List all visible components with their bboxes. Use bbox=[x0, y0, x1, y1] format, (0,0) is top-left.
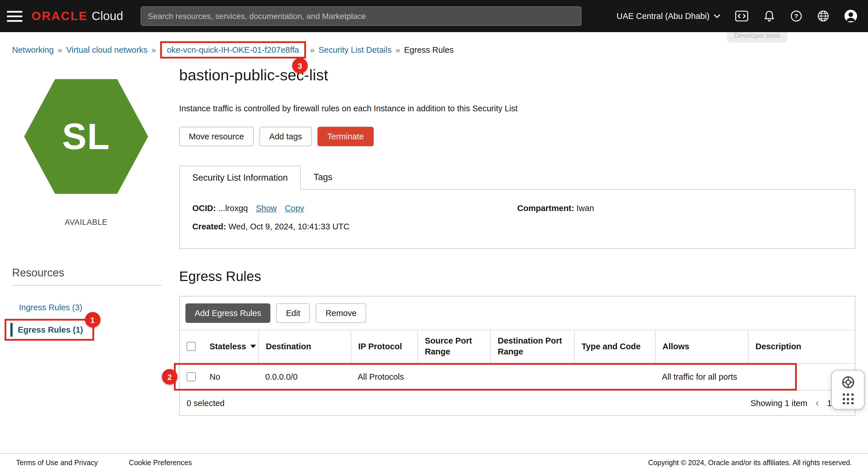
cell-type-and-code bbox=[574, 364, 655, 390]
row-checkbox[interactable] bbox=[187, 372, 196, 381]
annotation-badge-2: 2 bbox=[162, 369, 177, 384]
egress-table-row[interactable]: 2 No 0.0.0.0/0 All Protocols All traffic… bbox=[180, 364, 855, 390]
remove-button[interactable]: Remove bbox=[316, 303, 366, 323]
created-value: Wed, Oct 9, 2024, 10:41:33 UTC bbox=[228, 222, 350, 231]
topbar-right-cluster: UAE Central (Abu Dhabi) ? bbox=[617, 9, 858, 23]
page-title: bastion-public-sec-list bbox=[179, 67, 856, 84]
developer-tools-icon[interactable] bbox=[735, 9, 749, 23]
search-input[interactable] bbox=[141, 6, 581, 26]
compartment-value: Iwan bbox=[577, 204, 594, 213]
breadcrumb-separator: » bbox=[58, 45, 62, 55]
security-list-icon-text: SL bbox=[62, 115, 110, 158]
language-globe-icon[interactable] bbox=[817, 10, 830, 22]
edit-button[interactable]: Edit bbox=[276, 303, 310, 323]
hamburger-menu-icon[interactable] bbox=[7, 11, 22, 22]
move-resource-button[interactable]: Move resource bbox=[179, 127, 254, 146]
ocid-copy-link[interactable]: Copy bbox=[285, 204, 304, 213]
cell-allows: All traffic for all ports bbox=[655, 364, 748, 390]
egress-rules-heading: Egress Rules bbox=[179, 268, 856, 284]
help-icon[interactable]: ? bbox=[790, 10, 803, 22]
compartment-label: Compartment: bbox=[517, 204, 574, 213]
action-buttons: Move resource Add tags Terminate bbox=[179, 127, 856, 146]
ocid-show-link[interactable]: Show bbox=[256, 204, 277, 213]
column-header-source-port-range: Source Port Range bbox=[417, 330, 490, 363]
column-header-description: Description bbox=[748, 330, 855, 363]
select-all-cell bbox=[180, 330, 203, 363]
column-header-stateless[interactable]: Stateless bbox=[203, 330, 258, 363]
security-list-information-panel: OCID: ...lroxgq Show Copy Compartment: I… bbox=[179, 189, 856, 249]
oracle-cloud-console: ORACLE Cloud UAE Central (Abu Dhabi) ? bbox=[0, 0, 868, 472]
compartment-field: Compartment: Iwan bbox=[517, 204, 842, 213]
column-header-destination: Destination bbox=[258, 330, 351, 363]
cell-source-port-range bbox=[417, 364, 490, 390]
select-all-checkbox[interactable] bbox=[187, 342, 196, 351]
sidebar-item-ingress-rules[interactable]: Ingress Rules (3) bbox=[0, 299, 172, 315]
ocid-field: OCID: ...lroxgq Show Copy bbox=[192, 204, 517, 213]
ingress-rules-link[interactable]: Ingress Rules (3) bbox=[19, 303, 82, 312]
ocid-label: OCID: bbox=[192, 204, 216, 213]
topbar: ORACLE Cloud UAE Central (Abu Dhabi) ? bbox=[0, 0, 868, 32]
egress-table-header: Stateless Destination IP Protocol Source… bbox=[180, 330, 855, 364]
page-footer: Terms of Use and Privacy Cookie Preferen… bbox=[0, 453, 868, 472]
annotation-box-1: Egress Rules (1) 1 bbox=[5, 319, 94, 341]
svg-text:?: ? bbox=[794, 12, 798, 20]
region-selector[interactable]: UAE Central (Abu Dhabi) bbox=[617, 11, 720, 21]
floating-assist-widget bbox=[831, 370, 865, 409]
cookie-preferences-link[interactable]: Cookie Preferences bbox=[129, 459, 192, 467]
notifications-bell-icon[interactable] bbox=[763, 10, 776, 22]
terms-link[interactable]: Terms of Use and Privacy bbox=[16, 459, 98, 467]
resources-section: Resources Ingress Rules (3) Egress Rules… bbox=[0, 267, 172, 341]
detail-tabs: Security List Information Tags bbox=[179, 166, 856, 189]
sidebar-item-egress-rules[interactable]: Egress Rules (1) bbox=[10, 323, 83, 337]
selected-count: 0 selected bbox=[187, 398, 224, 407]
breadcrumb-link-networking[interactable]: Networking bbox=[12, 45, 54, 55]
table-footer: 0 selected Showing 1 item ‹ 1 of 1 bbox=[180, 390, 855, 415]
annotation-badge-3: 3 bbox=[292, 58, 308, 73]
logo-cloud-text: Cloud bbox=[92, 9, 123, 23]
terminate-button[interactable]: Terminate bbox=[317, 127, 373, 146]
sidebar: SL AVAILABLE Resources Ingress Rules (3)… bbox=[0, 67, 172, 341]
breadcrumb-current-egress-rules: Egress Rules bbox=[404, 45, 454, 55]
egress-rules-card: Add Egress Rules Edit Remove Stateless D… bbox=[179, 296, 856, 416]
resources-title: Resources bbox=[12, 267, 172, 279]
user-avatar[interactable] bbox=[844, 9, 858, 23]
support-life-ring-icon[interactable] bbox=[841, 375, 855, 389]
breadcrumb-link-vcn-name[interactable]: oke-vcn-quick-IH-OKE-01-f207e8ffa bbox=[167, 45, 299, 55]
region-label: UAE Central (Abu Dhabi) bbox=[617, 11, 710, 21]
logo-oracle-text: ORACLE bbox=[32, 9, 88, 23]
egress-rules-link[interactable]: Egress Rules (1) bbox=[18, 325, 83, 334]
add-tags-button[interactable]: Add tags bbox=[259, 127, 312, 146]
resources-divider bbox=[12, 285, 161, 285]
pagination-prev-icon[interactable]: ‹ bbox=[815, 398, 819, 408]
status-label: AVAILABLE bbox=[0, 218, 172, 227]
page-subtitle: Instance traffic is controlled by firewa… bbox=[179, 104, 856, 113]
tab-security-list-information[interactable]: Security List Information bbox=[179, 166, 301, 190]
showing-count: Showing 1 item bbox=[751, 398, 807, 407]
breadcrumb-separator: » bbox=[152, 45, 156, 55]
column-header-ip-protocol: IP Protocol bbox=[351, 330, 417, 363]
breadcrumb-link-security-list-details[interactable]: Security List Details bbox=[319, 45, 392, 55]
global-search bbox=[141, 6, 581, 26]
cell-destination-port-range bbox=[490, 364, 574, 390]
app-grid-icon[interactable] bbox=[842, 394, 854, 405]
add-egress-rules-button[interactable]: Add Egress Rules bbox=[185, 303, 270, 323]
sort-caret-icon bbox=[250, 345, 256, 348]
security-list-hexagon-icon: SL bbox=[24, 79, 148, 194]
cell-destination: 0.0.0.0/0 bbox=[258, 364, 351, 390]
column-header-destination-port-range: Destination Port Range bbox=[490, 330, 574, 363]
breadcrumb-separator: » bbox=[310, 45, 315, 55]
created-field: Created: Wed, Oct 9, 2024, 10:41:33 UTC bbox=[192, 222, 517, 231]
copyright-text: Copyright © 2024, Oracle and/or its affi… bbox=[648, 459, 852, 467]
oracle-cloud-logo[interactable]: ORACLE Cloud bbox=[32, 9, 123, 23]
column-header-type-and-code: Type and Code bbox=[574, 330, 655, 363]
annotation-box-3: oke-vcn-quick-IH-OKE-01-f207e8ffa 3 bbox=[160, 41, 306, 59]
cell-ip-protocol: All Protocols bbox=[351, 364, 417, 390]
created-label: Created: bbox=[192, 222, 226, 231]
column-header-allows: Allows bbox=[655, 330, 748, 363]
main-content: bastion-public-sec-list Instance traffic… bbox=[179, 67, 856, 416]
row-select-cell bbox=[180, 364, 203, 390]
tab-tags[interactable]: Tags bbox=[301, 166, 345, 189]
egress-toolbar: Add Egress Rules Edit Remove bbox=[180, 297, 855, 330]
breadcrumb-link-vcns[interactable]: Virtual cloud networks bbox=[66, 45, 148, 55]
breadcrumb-separator: » bbox=[396, 45, 400, 55]
